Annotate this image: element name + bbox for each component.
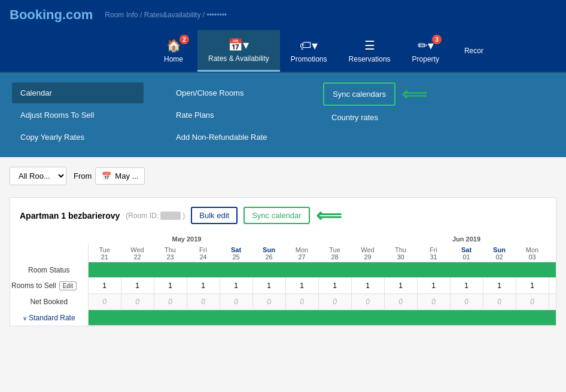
rts-03[interactable]: 1 [516,278,549,294]
day-fri-31: Fri31 [417,245,450,262]
nb-26: 0 [252,294,285,310]
std-rate-green-bar [89,310,556,325]
nav-badge-property: 3 [432,35,442,44]
rts-25[interactable]: 1 [220,278,252,294]
dropdown-rate-plans[interactable]: Rate Plans [168,105,299,125]
calendar-table: May 2019 Jun 2019 Tue21 Wed22 Thu23 Fri2… [10,233,556,326]
dropdown-country-rates[interactable]: Country rates [323,107,455,128]
header: Booking.com Room Info / Rates&availabili… [0,0,566,30]
nb-01: 0 [450,294,483,310]
rts-21[interactable]: 1 [88,278,121,294]
room-header: Apartman 1 bezbarierovy (Room ID: ••••••… [10,198,556,233]
day-sat-25: Sat25 [220,245,252,262]
from-label: From [74,172,92,180]
nav-label-home: Home [164,55,183,63]
nav-item-home[interactable]: 🏠 Home 2 [150,30,197,72]
filter-row: All Roo... From 📅 May ... [10,167,556,185]
nb-30: 0 [384,294,417,310]
day-mon-03: Mon03 [516,245,549,262]
day-sun-26: Sun26 [252,245,285,262]
logo-booking: Booking [10,7,62,22]
nav-item-rates[interactable]: 📅▾ Rates & Availability [197,30,280,72]
nav-item-property[interactable]: ✏▾ Property 3 [401,30,450,72]
sync-calendar-button[interactable]: Sync calendar [244,207,309,224]
nav-label-promotions: Promotions [291,55,327,63]
bulk-edit-button[interactable]: Bulk edit [191,207,238,224]
room-filter-select[interactable]: All Roo... [10,167,66,185]
header-url: Room Info / Rates&availability / •••••••… [105,11,227,19]
rts-28[interactable]: 1 [318,278,351,294]
nav-item-promotions[interactable]: 🏷▾ Promotions [280,30,338,72]
nb-02: 0 [483,294,516,310]
rts-01[interactable]: 1 [450,278,483,294]
date-picker[interactable]: 📅 May ... [95,167,145,185]
rts-30[interactable]: 1 [384,278,417,294]
sync-calendar-container: Sync calendar ⟸ [244,205,341,226]
month2-label: Jun 2019 [351,233,556,245]
nav-item-reservations[interactable]: ☰ Reservations [338,30,401,72]
dropdown-col-3: Sync calendars ⟸ Country rates [311,82,467,148]
date-value: May ... [115,172,138,180]
sync-calendars-container: Sync calendars ⟸ [323,82,455,106]
day-tue-21: Tue21 [88,245,121,262]
day-tu-04: Tu04 [549,245,556,262]
main-content: All Roo... From 📅 May ... Apartman 1 bez… [0,157,566,342]
net-booked-row: Net Booked 0 0 0 0 0 0 0 0 0 0 0 0 0 [10,294,556,310]
rts-22[interactable]: 1 [121,278,154,294]
rts-02[interactable]: 1 [483,278,516,294]
nb-04: 0 [549,294,556,310]
std-rate-text: Standard Rate [29,314,75,322]
nav-label-recor: Recor [464,47,483,55]
dropdown-add-non-refundable[interactable]: Add Non-Refundable Rate [168,127,299,148]
nav-label-rates: Rates & Availability [208,54,269,63]
day-sat-01: Sat01 [450,245,483,262]
status-green-bar [89,262,556,277]
nb-24: 0 [187,294,220,310]
nb-28: 0 [318,294,351,310]
nav-item-recor[interactable]: Recor [450,30,498,72]
day-thu-30: Thu30 [384,245,417,262]
rts-31[interactable]: 1 [417,278,450,294]
dropdown-menu: Calendar Adjust Rooms To Sell Copy Yearl… [0,72,566,157]
net-booked-label: Net Booked [10,294,88,310]
logo: Booking.com [10,7,93,23]
rts-04[interactable]: 1 [549,278,556,294]
dropdown-col-1: Calendar Adjust Rooms To Sell Copy Yearl… [0,82,156,148]
rts-26[interactable]: 1 [252,278,285,294]
home-icon: 🏠 [166,38,181,53]
dropdown-copy-yearly[interactable]: Copy Yearly Rates [12,127,144,148]
nav-label-reservations: Reservations [349,55,391,63]
dropdown-open-close[interactable]: Open/Close Rooms [168,82,299,103]
month1-label: May 2019 [88,233,285,245]
nb-25: 0 [220,294,252,310]
room-section: Apartman 1 bezbarierovy (Room ID: ••••••… [10,197,556,326]
from-filter: From 📅 May ... [74,167,145,185]
nb-21: 0 [88,294,121,310]
edit-rooms-button[interactable]: Edit [59,281,77,290]
nb-23: 0 [154,294,187,310]
room-status-row: Room Status [10,262,556,278]
room-title: Apartman 1 bezbarierovy [20,211,120,220]
room-id: (Room ID: •••••••• ) [126,212,185,220]
rts-27[interactable]: 1 [285,278,318,294]
dropdown-col-2: Open/Close Rooms Rate Plans Add Non-Refu… [156,82,311,148]
day-tue-28: Tue28 [318,245,351,262]
rts-24[interactable]: 1 [187,278,220,294]
dropdown-calendar[interactable]: Calendar [12,82,144,103]
dropdown-sync-calendars[interactable]: Sync calendars [323,82,395,106]
logo-com: .com [62,7,93,22]
std-rate-row: ∨ Standard Rate [10,310,556,326]
day-header-spacer [10,245,88,262]
nb-29: 0 [351,294,384,310]
room-status-label: Room Status [10,262,88,278]
day-fri-24: Fri24 [187,245,220,262]
rts-29[interactable]: 1 [351,278,384,294]
nb-27: 0 [285,294,318,310]
calendar-container: May 2019 Jun 2019 Tue21 Wed22 Thu23 Fri2… [10,233,556,326]
green-arrow-left-icon: ⟸ [316,205,342,226]
day-sun-02: Sun02 [483,245,516,262]
property-icon: ✏▾ [418,38,434,53]
rts-23[interactable]: 1 [154,278,187,294]
day-mon-27: Mon27 [285,245,318,262]
dropdown-adjust-rooms[interactable]: Adjust Rooms To Sell [12,105,144,125]
